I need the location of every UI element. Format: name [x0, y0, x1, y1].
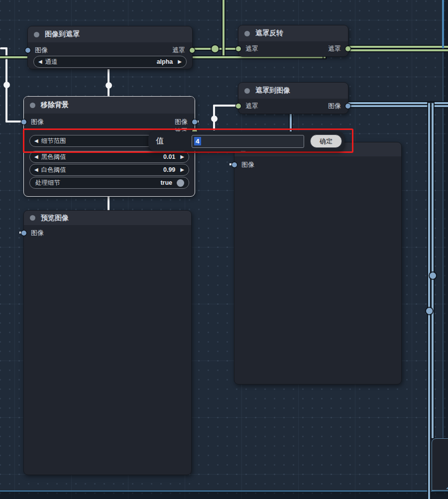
wire-blue-topright-v	[442, 0, 444, 48]
collapse-dot-icon[interactable]	[244, 88, 250, 94]
node-occluded[interactable]: 图像	[234, 142, 402, 384]
output-label: 图像	[328, 102, 341, 111]
widget-label: 黑色阈值	[41, 153, 66, 161]
node-title-bar[interactable]: 遮罩到图像	[238, 83, 348, 99]
white-threshold-widget[interactable]: ◀ 白色阈值 0.99 ▶	[29, 164, 189, 176]
canvas-boundary-bottom	[0, 491, 448, 499]
node-title: 遮罩反转	[255, 29, 283, 38]
dialog-label: 值	[156, 136, 164, 146]
node-title: 预览图像	[41, 214, 69, 223]
node-title-bar[interactable]: 移除背景	[24, 97, 195, 114]
wire-green-top-v	[223, 0, 224, 58]
input-port-mask[interactable]	[236, 104, 241, 109]
node-mask-to-image[interactable]: 遮罩到图像 遮罩 图像	[238, 82, 348, 114]
wire-white-low-v	[108, 195, 110, 211]
input-label: 图像	[35, 46, 48, 55]
input-port-image[interactable]	[232, 162, 237, 167]
widget-label: 通道	[45, 58, 58, 66]
output-port-image[interactable]	[345, 104, 350, 109]
port-row: 遮罩 遮罩	[238, 44, 348, 53]
node-editor-canvas[interactable]: { "app": "node-graph-editor", "colors": …	[0, 0, 448, 499]
widget-label: 白色阈值	[41, 166, 66, 174]
input-port-image[interactable]	[21, 120, 26, 125]
node-title: 遮罩到图像	[255, 86, 290, 95]
port-row: 图像 遮罩	[28, 46, 192, 55]
input-port-image[interactable]	[25, 48, 30, 53]
node-title: 移除背景	[41, 101, 69, 110]
node-clipped-right[interactable]	[432, 438, 448, 491]
input-port-image[interactable]	[21, 231, 26, 236]
input-label: 遮罩	[245, 102, 258, 111]
value-input-selected-text: 4	[194, 137, 201, 145]
widget-value: 0.99	[163, 166, 175, 173]
port-row: 图像	[234, 160, 401, 169]
output-label: 遮罩	[172, 46, 185, 55]
collapse-dot-icon[interactable]	[30, 103, 35, 108]
combo-left-arrow-icon[interactable]: ◀	[38, 59, 42, 64]
canvas-exterior-right	[444, 0, 448, 491]
wire-blue-right-v2	[432, 103, 434, 438]
output-label: 遮罩	[328, 44, 341, 53]
input-label: 图像	[31, 229, 44, 238]
stepper-left-arrow-icon[interactable]: ◀	[34, 154, 38, 159]
node-mask-invert[interactable]: 遮罩反转 遮罩 遮罩	[238, 25, 348, 57]
canvas-boundary-right-line	[443, 0, 444, 491]
confirm-button[interactable]: 确定	[310, 134, 342, 148]
value-edit-dialog: 值 4 确定	[148, 131, 344, 151]
output-port-mask[interactable]	[345, 46, 350, 51]
stepper-right-arrow-icon[interactable]: ▶	[180, 154, 184, 159]
reroute-dot-blue[interactable]	[430, 272, 436, 279]
output-label: 图像	[175, 118, 188, 126]
output-port-mask[interactable]	[190, 48, 195, 53]
node-title: 图像到遮罩	[45, 30, 80, 39]
input-label: 遮罩	[245, 44, 258, 53]
reroute-dot-green[interactable]	[212, 45, 219, 52]
resize-handle-icon[interactable]	[446, 482, 448, 489]
process-detail-toggle[interactable]: 处理细节 true	[29, 177, 189, 189]
port-row: 遮罩 图像	[238, 102, 348, 111]
channel-combo-widget[interactable]: ◀ 通道 alpha ▶	[33, 56, 187, 68]
port-row: 图像	[24, 229, 191, 238]
collapse-dot-icon[interactable]	[30, 215, 35, 221]
node-title-bar[interactable]: 预览图像	[24, 211, 191, 225]
stepper-left-arrow-icon[interactable]: ◀	[34, 167, 38, 172]
node-image-to-mask[interactable]: 图像到遮罩 图像 遮罩 ◀ 通道 alpha ▶	[27, 26, 193, 69]
stepper-right-arrow-icon[interactable]: ▶	[180, 167, 184, 172]
node-preview-image[interactable]: 预览图像 图像	[23, 210, 192, 475]
wire-green-out1	[344, 46, 448, 48]
output-port-image[interactable]	[192, 120, 197, 125]
toggle-knob-icon[interactable]	[177, 179, 184, 187]
reroute-dot[interactable]	[211, 116, 218, 122]
reroute-dot[interactable]	[106, 82, 112, 89]
node-title-bar[interactable]: 遮罩反转	[238, 25, 348, 41]
wire-green-out2	[344, 49, 448, 51]
widget-value: true	[160, 179, 172, 186]
reroute-dot-blue[interactable]	[426, 308, 433, 314]
input-port-mask[interactable]	[236, 46, 241, 51]
widget-label: 处理细节	[35, 179, 60, 187]
node-title-bar[interactable]: 图像到遮罩	[28, 26, 192, 42]
wire-blue-right-v1	[428, 103, 430, 499]
wire-white-mask-h	[213, 105, 239, 107]
value-input[interactable]: 4	[192, 135, 304, 148]
collapse-dot-icon[interactable]	[244, 31, 250, 36]
reroute-dot[interactable]	[3, 82, 10, 88]
widget-value: alpha	[157, 58, 173, 65]
combo-right-arrow-icon[interactable]: ▶	[178, 59, 182, 64]
input-label: 图像	[31, 118, 44, 126]
widget-value: 0.01	[163, 153, 175, 160]
collapse-dot-icon[interactable]	[34, 32, 39, 37]
port-row: 图像 图像	[24, 118, 195, 126]
input-label: 图像	[241, 160, 254, 169]
